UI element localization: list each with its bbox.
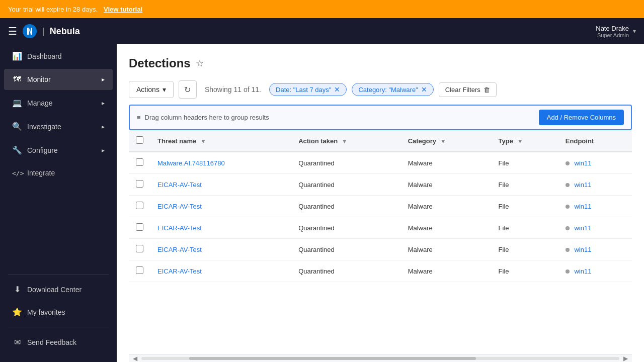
threat-name-link[interactable]: EICAR-AV-Test bbox=[157, 267, 202, 275]
date-filter-close-icon[interactable]: ✕ bbox=[334, 85, 340, 94]
clear-filters-button[interactable]: Clear Filters 🗑 bbox=[439, 82, 497, 97]
row-checkbox[interactable] bbox=[136, 266, 143, 274]
type-cell: File bbox=[492, 196, 558, 217]
sidebar-item-label: Dashboard bbox=[27, 52, 62, 60]
sidebar-item-label: Send Feedback bbox=[27, 338, 76, 346]
page-title-row: Detections ☆ bbox=[129, 56, 632, 70]
endpoint-link[interactable]: win11 bbox=[574, 181, 591, 189]
sidebar-item-my-favorites[interactable]: ⭐ My favorites bbox=[4, 301, 113, 323]
table-row: EICAR-AV-Test Quarantined Malware File w… bbox=[129, 174, 632, 196]
action-taken-cell: Quarantined bbox=[291, 239, 400, 260]
category-filter-chip[interactable]: Category: "Malware" ✕ bbox=[352, 83, 433, 96]
category-cell: Malware bbox=[401, 174, 492, 196]
sidebar-item-dashboard[interactable]: 📊 Dashboard bbox=[4, 45, 113, 67]
category-filter-icon[interactable]: ▼ bbox=[440, 138, 446, 145]
main-content: Detections ☆ Actions ▾ ↻ Showing 11 of 1… bbox=[117, 44, 644, 362]
action-taken-cell: Quarantined bbox=[291, 152, 400, 174]
row-checkbox[interactable] bbox=[136, 180, 143, 188]
scroll-right-icon[interactable]: ▶ bbox=[621, 355, 630, 362]
favorite-icon[interactable]: ☆ bbox=[196, 58, 204, 69]
sidebar-item-label: Configure bbox=[27, 146, 58, 154]
row-checkbox[interactable] bbox=[136, 202, 143, 209]
row-checkbox[interactable] bbox=[136, 245, 143, 252]
endpoint-link[interactable]: win11 bbox=[574, 224, 591, 232]
endpoint-link[interactable]: win11 bbox=[574, 203, 591, 210]
detections-table: Threat name ▼ Action taken ▼ Category ▼ bbox=[129, 130, 632, 282]
sidebar-item-send-feedback[interactable]: ✉ Send Feedback bbox=[4, 331, 113, 353]
sidebar-item-integrate[interactable]: </> Integrate bbox=[4, 163, 113, 183]
top-header: ☰ | Nebula Nate Drake Super Admin ▾ bbox=[0, 18, 644, 44]
endpoint-link[interactable]: win11 bbox=[574, 246, 591, 253]
hamburger-icon[interactable]: ☰ bbox=[8, 25, 17, 37]
category-label: Category bbox=[408, 137, 436, 145]
scroll-track bbox=[141, 357, 619, 360]
endpoint-link[interactable]: win11 bbox=[574, 267, 591, 275]
type-cell: File bbox=[492, 260, 558, 282]
sidebar: 📊 Dashboard 🗺 Monitor ▸ 💻 Manage ▸ 🔍 Inv… bbox=[0, 44, 117, 362]
category-cell: Malware bbox=[401, 152, 492, 174]
action-taken-filter-icon[interactable]: ▼ bbox=[342, 138, 348, 145]
row-checkbox-cell bbox=[129, 217, 150, 239]
user-menu[interactable]: Nate Drake Super Admin ▾ bbox=[596, 25, 636, 38]
actions-button[interactable]: Actions ▾ bbox=[129, 81, 174, 98]
scroll-thumb[interactable] bbox=[189, 357, 476, 360]
threat-name-link[interactable]: Malware.AI.748116780 bbox=[157, 159, 225, 167]
threat-name-filter-icon[interactable]: ▼ bbox=[200, 138, 206, 145]
app-body: 📊 Dashboard 🗺 Monitor ▸ 💻 Manage ▸ 🔍 Inv… bbox=[0, 44, 644, 362]
sidebar-item-download-center[interactable]: ⬇ Download Center bbox=[4, 279, 113, 300]
endpoint-cell: win11 bbox=[558, 239, 632, 260]
type-header: Type ▼ bbox=[492, 130, 558, 152]
endpoint-label: Endpoint bbox=[566, 137, 594, 145]
investigate-icon: 🔍 bbox=[12, 122, 22, 131]
sidebar-item-monitor[interactable]: 🗺 Monitor ▸ bbox=[4, 69, 113, 90]
horizontal-scrollbar[interactable]: ◀ ▶ bbox=[129, 354, 632, 362]
endpoint-link[interactable]: win11 bbox=[574, 159, 591, 167]
threat-name-link[interactable]: EICAR-AV-Test bbox=[157, 224, 202, 232]
type-cell: File bbox=[492, 152, 558, 174]
group-by-text: ≡ Drag column headers here to group resu… bbox=[137, 114, 269, 121]
status-dot bbox=[566, 183, 570, 187]
sidebar-item-configure[interactable]: 🔧 Configure ▸ bbox=[4, 139, 113, 161]
sidebar-item-manage[interactable]: 💻 Manage ▸ bbox=[4, 92, 113, 114]
type-cell: File bbox=[492, 239, 558, 260]
sidebar-item-label: Investigate bbox=[27, 123, 61, 131]
endpoint-header: Endpoint bbox=[558, 130, 632, 152]
threat-name-link[interactable]: EICAR-AV-Test bbox=[157, 181, 202, 189]
sidebar-item-label: Download Center bbox=[27, 286, 82, 294]
date-filter-chip[interactable]: Date: "Last 7 days" ✕ bbox=[269, 83, 347, 96]
row-checkbox-cell bbox=[129, 196, 150, 217]
chevron-down-icon: ▸ bbox=[102, 76, 105, 83]
category-filter-close-icon[interactable]: ✕ bbox=[421, 85, 427, 94]
endpoint-cell: win11 bbox=[558, 174, 632, 196]
sidebar-divider-2 bbox=[8, 327, 109, 327]
status-dot bbox=[566, 269, 570, 274]
sidebar-item-label: Monitor bbox=[27, 75, 51, 83]
view-tutorial-link[interactable]: View tutorial bbox=[104, 6, 142, 13]
dashboard-icon: 📊 bbox=[12, 51, 22, 61]
action-taken-cell: Quarantined bbox=[291, 174, 400, 196]
logo-divider: | bbox=[42, 26, 45, 37]
refresh-button[interactable]: ↻ bbox=[179, 80, 197, 99]
category-filter-label: Category: "Malware" bbox=[358, 86, 418, 94]
user-name: Nate Drake bbox=[596, 25, 629, 32]
threat-name-link[interactable]: EICAR-AV-Test bbox=[157, 203, 202, 210]
row-checkbox[interactable] bbox=[136, 158, 143, 166]
threat-name-header: Threat name ▼ bbox=[150, 130, 291, 152]
add-remove-columns-button[interactable]: Add / Remove Columns bbox=[539, 110, 624, 125]
sidebar-item-label: My favorites bbox=[27, 308, 65, 316]
status-dot bbox=[566, 248, 570, 252]
actions-label: Actions bbox=[136, 85, 159, 94]
type-filter-icon[interactable]: ▼ bbox=[517, 138, 523, 145]
scroll-left-icon[interactable]: ◀ bbox=[131, 355, 139, 362]
row-checkbox[interactable] bbox=[136, 223, 143, 231]
category-cell: Malware bbox=[401, 239, 492, 260]
sidebar-item-investigate[interactable]: 🔍 Investigate ▸ bbox=[4, 116, 113, 137]
threat-name-link[interactable]: EICAR-AV-Test bbox=[157, 246, 202, 253]
chevron-down-icon: ▸ bbox=[102, 123, 105, 130]
logo-text: Nebula bbox=[50, 26, 80, 37]
group-by-bar: ≡ Drag column headers here to group resu… bbox=[129, 105, 632, 130]
select-all-checkbox[interactable] bbox=[136, 136, 143, 144]
clear-filters-icon: 🗑 bbox=[484, 86, 490, 94]
page-title: Detections bbox=[129, 56, 191, 70]
threat-name-cell: EICAR-AV-Test bbox=[150, 196, 291, 217]
